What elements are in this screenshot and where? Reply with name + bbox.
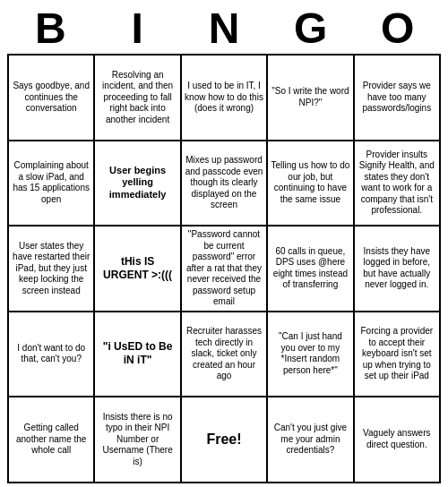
bingo-cell-2[interactable]: I used to be in IT, I know how to do thi… (181, 55, 267, 141)
bingo-cell-16[interactable]: "i UsED to Be iN iT" (94, 312, 180, 397)
bingo-cell-7[interactable]: Mixes up password and passcode even thou… (181, 141, 267, 226)
bingo-cell-10[interactable]: User states they have restarted their iP… (8, 226, 94, 312)
letter-n: N (181, 7, 268, 50)
bingo-cell-14[interactable]: Insists they have logged in before, but … (354, 226, 440, 312)
bingo-cell-0[interactable]: Says goodbye, and continues the conversa… (8, 55, 94, 141)
bingo-grid: Says goodbye, and continues the conversa… (7, 54, 441, 483)
bingo-cell-5[interactable]: Complaining about a slow iPad, and has 1… (8, 141, 94, 226)
bingo-cell-8[interactable]: Telling us how to do our job, but contin… (267, 141, 353, 226)
bingo-title: B I N G O (7, 7, 441, 50)
bingo-cell-6[interactable]: User begins yelling immediately (94, 141, 180, 226)
letter-g: G (267, 7, 354, 50)
letter-i: I (94, 7, 181, 50)
bingo-cell-11[interactable]: tHis IS URGENT >:((( (94, 226, 180, 312)
letter-b: B (7, 7, 94, 50)
bingo-cell-20[interactable]: Getting called another name the whole ca… (8, 397, 94, 483)
bingo-cell-24[interactable]: Vaguely answers direct question. (354, 397, 440, 483)
bingo-cell-23[interactable]: Can't you just give me your admin creden… (267, 397, 353, 483)
bingo-cell-13[interactable]: 60 calls in queue, DPS uses @here eight … (267, 226, 353, 312)
bingo-cell-21[interactable]: Insists there is no typo in their NPI Nu… (94, 397, 180, 483)
bingo-cell-18[interactable]: "Can I just hand you over to my *Insert … (267, 312, 353, 397)
bingo-cell-19[interactable]: Forcing a provider to accept their keybo… (354, 312, 440, 397)
bingo-cell-3[interactable]: "So I write the word NPI?" (267, 55, 353, 141)
bingo-cell-12[interactable]: "Password cannot be current password" er… (181, 226, 267, 312)
bingo-cell-17[interactable]: Recruiter harasses tech directly in slac… (181, 312, 267, 397)
bingo-cell-22[interactable]: Free! (181, 397, 267, 483)
bingo-cell-1[interactable]: Resolving an incident, and then proceedi… (94, 55, 180, 141)
bingo-cell-15[interactable]: I don't want to do that, can't you? (8, 312, 94, 397)
letter-o: O (354, 7, 441, 50)
bingo-cell-4[interactable]: Provider says we have too many passwords… (354, 55, 440, 141)
bingo-cell-9[interactable]: Provider insults Signify Health, and sta… (354, 141, 440, 226)
